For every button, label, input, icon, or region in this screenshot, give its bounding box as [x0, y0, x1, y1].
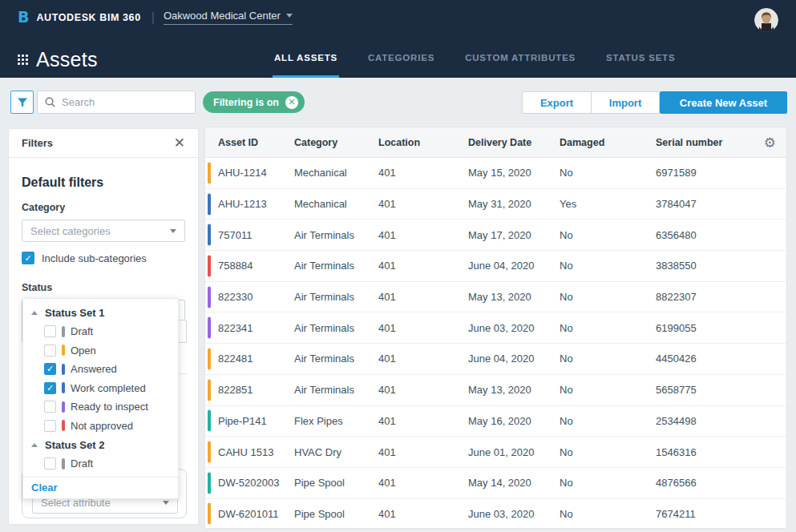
funnel-icon: [17, 97, 28, 108]
table-row[interactable]: 822851Air Terminals401May 13, 2020No5658…: [205, 375, 786, 406]
project-selector[interactable]: Oakwood Medical Center: [164, 10, 293, 25]
table-row[interactable]: 822341Air Terminals401June 03, 2020No619…: [205, 312, 786, 344]
table-cell: 8822307: [656, 291, 786, 303]
table-row[interactable]: 757011Air Terminals401May 17, 2020No6356…: [205, 220, 786, 251]
table-cell: 3838550: [656, 260, 786, 272]
tab-categories[interactable]: CATEGORIES: [368, 53, 434, 78]
status-option[interactable]: Ready to inspect: [23, 397, 178, 417]
category-select[interactable]: Select categories: [22, 220, 185, 242]
asset-table-body: AHU-1214Mechanical401May 15, 2020No69715…: [205, 158, 786, 529]
asset-status-color-bar: [208, 379, 211, 401]
brand-separator: |: [152, 10, 155, 25]
table-cell: DW-5202003: [218, 477, 294, 489]
table-row[interactable]: AHU-1214Mechanical401May 15, 2020No69715…: [205, 158, 786, 189]
column-header[interactable]: Delivery Date: [468, 137, 560, 148]
status-group-header[interactable]: Status Set 1: [23, 303, 178, 322]
asset-status-color-bar: [208, 503, 211, 525]
category-select-placeholder: Select categories: [30, 225, 111, 237]
column-header[interactable]: Category: [294, 137, 378, 148]
column-header[interactable]: Location: [378, 137, 468, 148]
status-option[interactable]: Not approved: [23, 417, 178, 436]
assets-table: Asset IDCategoryLocationDelivery DateDam…: [204, 127, 787, 529]
status-option[interactable]: Draft: [23, 322, 178, 341]
table-cell: Air Terminals: [294, 322, 378, 334]
table-cell: 6199055: [656, 322, 786, 334]
table-cell: 3784047: [656, 198, 786, 210]
table-cell: 2534498: [656, 415, 786, 427]
table-cell: Pipe Spool: [294, 508, 378, 520]
table-cell: 401: [378, 384, 468, 396]
checkbox-checked-icon: ✓: [44, 382, 56, 394]
search-icon: [45, 97, 55, 107]
table-cell: Mechanical: [294, 167, 378, 179]
table-row[interactable]: Pipe-P141Flex Pipes401May 16, 2020No2534…: [205, 406, 786, 437]
table-row[interactable]: DW-6201011Pipe Spool401June 03, 2020No76…: [205, 499, 786, 529]
avatar-image: [754, 8, 778, 32]
table-cell: Pipe-P141: [218, 415, 294, 427]
tab-status-sets[interactable]: STATUS SETS: [606, 53, 675, 78]
table-cell: 6971589: [656, 167, 786, 179]
column-header[interactable]: Damaged: [560, 137, 656, 148]
column-header[interactable]: Asset ID: [218, 137, 294, 148]
status-option[interactable]: ✓Work completed: [23, 379, 178, 398]
status-color-bar: [62, 401, 65, 413]
table-cell: Air Terminals: [294, 260, 378, 272]
collapse-triangle-icon: [31, 311, 38, 315]
import-button[interactable]: Import: [591, 92, 659, 113]
table-cell: No: [560, 508, 656, 520]
title-row: Assets: [18, 48, 98, 71]
table-cell: AHU-1213: [218, 198, 294, 210]
status-option-label: Open: [71, 345, 96, 357]
table-cell: HVAC Dry: [294, 446, 378, 458]
create-new-asset-button[interactable]: Create New Asset: [660, 91, 787, 114]
export-import-group: Export Import: [522, 91, 660, 114]
table-cell: June 03, 2020: [468, 508, 560, 520]
gear-icon[interactable]: ⚙: [764, 135, 776, 149]
table-cell: 401: [378, 198, 468, 210]
checkbox-checked-icon: ✓: [22, 252, 34, 264]
table-row[interactable]: 758884Air Terminals401June 04, 2020No383…: [205, 251, 786, 282]
export-button[interactable]: Export: [523, 92, 591, 113]
table-row[interactable]: 822481Air Terminals401June 04, 2020No445…: [205, 344, 786, 375]
table-row[interactable]: 822330Air Terminals401May 13, 2020No8822…: [205, 282, 786, 313]
table-cell: 401: [378, 291, 468, 303]
table-cell: 822481: [218, 353, 294, 365]
status-option-label: Ready to inspect: [71, 401, 148, 413]
table-cell: May 31, 2020: [468, 198, 560, 210]
brand-row: B AUTODESK BIM 360 | Oakwood Medical Cen…: [18, 10, 293, 25]
table-cell: May 16, 2020: [468, 415, 560, 427]
search-input[interactable]: [62, 96, 182, 108]
chevron-down-icon: [170, 229, 176, 233]
close-icon[interactable]: ✕: [174, 136, 185, 150]
table-row[interactable]: CAHU 1513HVAC Dry401June 01, 2020No15463…: [205, 437, 786, 468]
table-row[interactable]: AHU-1213Mechanical401May 31, 2020Yes3784…: [205, 189, 786, 220]
bim360-logo-icon: B: [18, 10, 29, 25]
include-subcategories-checkbox-row[interactable]: ✓ Include sub-categories: [22, 252, 185, 264]
table-cell: Flex Pipes: [294, 415, 378, 427]
status-option[interactable]: ✓Answered: [23, 360, 178, 379]
status-dropdown-list: Status Set 1DraftOpen✓Answered✓Work comp…: [23, 299, 178, 477]
status-color-bar: [62, 458, 65, 470]
table-cell: May 17, 2020: [468, 229, 560, 241]
table-cell: Air Terminals: [294, 229, 378, 241]
asset-status-color-bar: [208, 193, 211, 215]
status-option[interactable]: Draft: [23, 454, 178, 474]
asset-status-color-bar: [208, 348, 211, 369]
status-option[interactable]: Open: [23, 341, 178, 361]
filter-toggle-button[interactable]: [10, 91, 34, 114]
table-cell: 401: [378, 322, 468, 334]
table-cell: Yes: [560, 198, 656, 210]
table-cell: No: [560, 446, 656, 458]
status-option-label: Not approved: [71, 420, 133, 432]
checkbox-checked-icon: ✓: [44, 363, 56, 375]
table-row[interactable]: DW-5202003Pipe Spool401May 14, 2020No487…: [205, 468, 786, 499]
asset-status-color-bar: [208, 317, 211, 339]
tab-custom-attributes[interactable]: CUSTOM ATTRIBUTES: [465, 53, 576, 78]
table-cell: No: [560, 260, 656, 272]
user-avatar[interactable]: [754, 8, 778, 32]
filtering-on-pill: Filtering is on ✕: [203, 91, 305, 113]
clear-link[interactable]: Clear: [31, 482, 58, 494]
tab-all-assets[interactable]: ALL ASSETS: [274, 53, 337, 78]
status-group-header[interactable]: Status Set 2: [23, 435, 178, 454]
clear-filter-icon[interactable]: ✕: [285, 96, 298, 109]
